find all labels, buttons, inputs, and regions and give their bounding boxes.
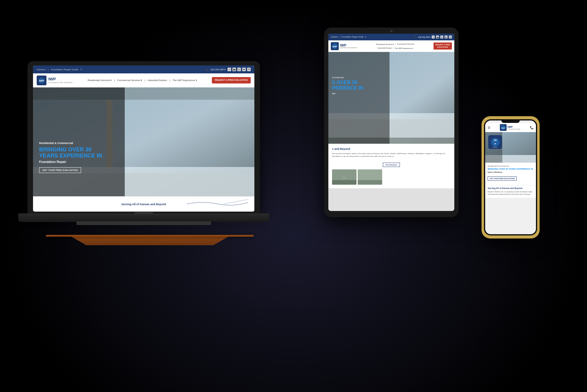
svg-text:FOUND...: FOUND... — [493, 146, 498, 148]
phone-logo-text-block: IWP FOUNDATION REPAIR — [508, 125, 520, 130]
tablet-title-line1: S OVER 30 — [332, 80, 363, 85]
laptop-hero-subtitle: Residential & Commercial — [39, 142, 102, 145]
tablet-request-btn[interactable]: REQUEST A FREEEVALUATION — [434, 43, 452, 49]
tablet-bezel: Careers | Foundation Repair Guide ▾ 📞 31… — [324, 28, 459, 217]
svg-text:img: img — [343, 176, 346, 178]
tablet-hero-title: S OVER 30 PERIENCE IN — [332, 80, 363, 91]
tablet-section-body: larly provide foundation repair to the e… — [332, 152, 451, 158]
phone-screen: ☰ IWP IWP FOUNDATION REPAIR — [485, 120, 536, 234]
phone-cta-btn[interactable]: GET YOUR FREE EVALUATION — [488, 176, 517, 181]
tablet-em-icon[interactable]: ✉ — [449, 35, 452, 39]
tablet-hero-content: Commercial S OVER 30 PERIENCE IN pair — [332, 76, 363, 94]
laptop-phone-number[interactable]: 316-531-8674 — [210, 68, 226, 71]
laptop-foot — [76, 221, 211, 225]
nav-sep-3: | — [169, 79, 170, 82]
tablet-section-heading: s and Beyond — [332, 147, 451, 150]
laptop-base — [18, 213, 269, 222]
laptop-careers-link[interactable]: Careers — [37, 68, 45, 71]
tablet-device: Careers | Foundation Repair Guide ▾ 📞 31… — [324, 28, 459, 217]
phone-logo[interactable]: IWP IWP FOUNDATION REPAIR — [500, 124, 520, 131]
tablet-guide[interactable]: Foundation Repair Guide — [341, 36, 364, 38]
tablet-fb-icon[interactable]: f — [432, 35, 435, 39]
tablet-nav-experience[interactable]: The IWP Experience ▾ — [395, 47, 413, 49]
phone-hero-logo: IW P FOUND... — [488, 135, 502, 149]
tablet-nav-row1: Residential Services ▾ | Commercial Serv… — [376, 43, 414, 45]
laptop-logo[interactable]: IWP IWP FOUNDATION REPAIR — [37, 76, 73, 85]
tablet-phone-icon: 📞 — [415, 36, 417, 38]
phone-hero: IW P FOUND... — [485, 132, 536, 163]
tablet-logo-name: IWP — [340, 43, 357, 47]
laptop-logo-name: IWP — [48, 77, 73, 81]
phone-inner: ☰ IWP IWP FOUNDATION REPAIR — [484, 119, 537, 235]
phone-title-text: BRINGING OVER 30 YEARS EXPERIENCE IN — [488, 168, 533, 170]
laptop-desk — [46, 235, 254, 237]
tablet-nav-commercial[interactable]: Commercial Services — [397, 43, 415, 45]
phone-call-icon[interactable]: 📞 — [530, 126, 533, 129]
tablet-phone[interactable]: 316-531-8674 — [418, 36, 430, 38]
tablet-careers[interactable]: Careers — [331, 36, 338, 38]
laptop-footer-bar: Serving All of Kansas and Beyond — [33, 196, 254, 212]
laptop-hero-foundation: Foundation Repair — [39, 160, 102, 164]
svg-rect-15 — [332, 180, 356, 185]
tablet-logo[interactable]: IWP IWP FOUNDATION REPAIR — [331, 42, 357, 50]
email-icon[interactable]: ✉ — [247, 68, 251, 71]
phone-subtitle: Residential & Commercial — [488, 165, 533, 167]
laptop-hero-title: BRINGING OVER 30 YEARS EXPERIENCE IN — [39, 146, 102, 159]
laptop-screen: Careers | Foundation Repair Guide ▾ 📞 31… — [33, 65, 254, 212]
youtube-icon[interactable]: ▶ — [242, 68, 246, 71]
tablet-ig-icon[interactable]: 📷 — [436, 35, 439, 39]
laptop-device: Careers | Foundation Repair Guide ▾ 📞 31… — [28, 61, 260, 245]
svg-rect-13 — [328, 52, 389, 144]
svg-text:IWP: IWP — [39, 79, 44, 82]
laptop-title-line1: BRINGING OVER 30 — [39, 146, 102, 153]
tablet-nav-industrial[interactable]: Industrial Division — [378, 47, 392, 49]
tablet-logo-icon: IWP — [331, 42, 339, 50]
facebook-icon[interactable]: f — [227, 68, 231, 71]
phone-title: BRINGING OVER 30 YEARS EXPERIENCE IN — [488, 168, 533, 171]
laptop-request-btn[interactable]: REQUEST A FREE EVALUATION — [212, 77, 251, 83]
linkedin-icon[interactable]: in — [237, 68, 241, 71]
nav-commercial[interactable]: Commercial Services ▾ — [117, 79, 142, 82]
laptop-guide-link[interactable]: Foundation Repair Guide — [51, 68, 78, 71]
nav-residential[interactable]: Residential Services ▾ — [88, 79, 112, 82]
svg-text:IW: IW — [494, 139, 497, 142]
phone-logo-name: IWP — [508, 125, 520, 128]
phone-content: Residential & Commercial BRINGING OVER 3… — [485, 163, 536, 198]
svg-text:P: P — [494, 142, 496, 145]
phone-logo-sub: FOUNDATION REPAIR — [508, 128, 520, 130]
tablet-screen: Careers | Foundation Repair Guide ▾ 📞 31… — [328, 34, 454, 211]
laptop-hero-cta[interactable]: GET YOUR FREE EVALUATION — [39, 167, 81, 173]
tablet-nav-row2: Industrial Division | The IWP Experience… — [378, 47, 413, 49]
svg-text:IWP: IWP — [332, 45, 337, 48]
tablet-thumbnails: img — [332, 169, 451, 185]
phone-section-title: Serving All of Kansas and Beyond — [488, 187, 533, 189]
svg-text:IWP: IWP — [501, 127, 505, 129]
phone-notch — [501, 120, 520, 123]
laptop-logo-text-block: IWP FOUNDATION REPAIR — [48, 77, 73, 83]
phone-logo-icon: IWP — [500, 124, 507, 131]
phone-bezel: ☰ IWP IWP FOUNDATION REPAIR — [482, 116, 540, 239]
laptop-topbar-right: 📞 316-531-8674 f 📷 in ▶ ✉ — [205, 68, 251, 71]
tablet-yt-icon[interactable]: ▶ — [445, 35, 448, 39]
tablet-services-btn[interactable]: Our Services — [383, 163, 400, 167]
tablet-li-icon[interactable]: in — [440, 35, 443, 39]
tablet-social: f 📷 in ▶ ✉ — [432, 35, 452, 39]
phone-menu-icon[interactable]: ☰ — [488, 126, 490, 129]
laptop-topbar: Careers | Foundation Repair Guide ▾ 📞 31… — [33, 65, 254, 73]
laptop-social-icons: f 📷 in ▶ ✉ — [227, 68, 251, 71]
nav-industrial[interactable]: Industrial Division — [148, 79, 167, 82]
tablet-topbar-left: Careers | Foundation Repair Guide ▾ — [331, 36, 366, 38]
nav-experience[interactable]: The IWP Experience ▾ — [172, 79, 197, 82]
laptop-nav-links: Residential Services ▾ | Commercial Serv… — [88, 79, 197, 82]
nav-sep-1: | — [114, 79, 115, 82]
laptop-screen-bezel: Careers | Foundation Repair Guide ▾ 📞 31… — [28, 61, 260, 214]
tablet-nav-residential[interactable]: Residential Services ▾ — [376, 43, 394, 45]
instagram-icon[interactable]: 📷 — [232, 68, 236, 71]
laptop-hero-content: Residential & Commercial BRINGING OVER 3… — [39, 142, 102, 173]
tablet-topbar: Careers | Foundation Repair Guide ▾ 📞 31… — [328, 34, 454, 40]
phone-section-text: Based in Wichita, KS, we regularly provi… — [488, 190, 533, 196]
laptop-hero: Residential & Commercial BRINGING OVER 3… — [33, 87, 254, 198]
tablet-topbar-right: 📞 316-531-8674 f 📷 in ▶ ✉ — [415, 35, 452, 39]
tablet-camera — [390, 30, 393, 32]
phone-icon: 📞 — [205, 68, 209, 71]
